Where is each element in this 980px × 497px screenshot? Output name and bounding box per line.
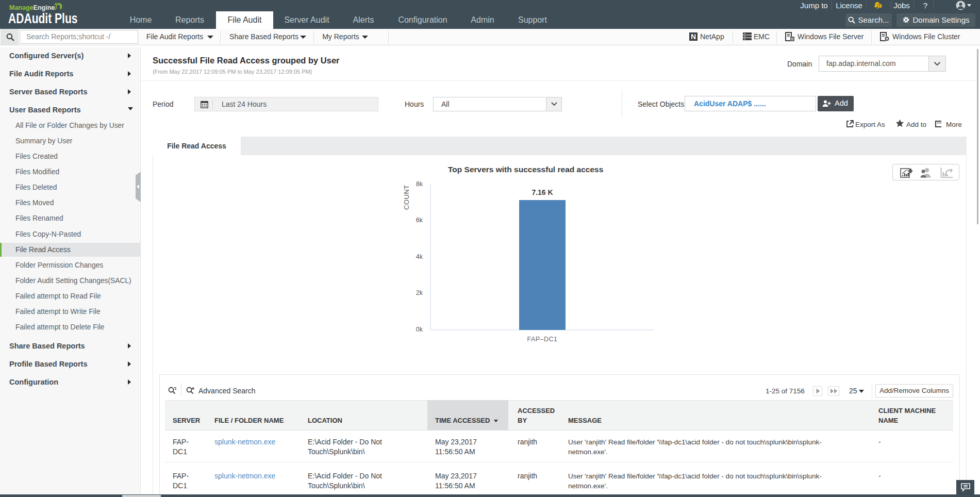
svg-text:N: N [691,32,696,41]
